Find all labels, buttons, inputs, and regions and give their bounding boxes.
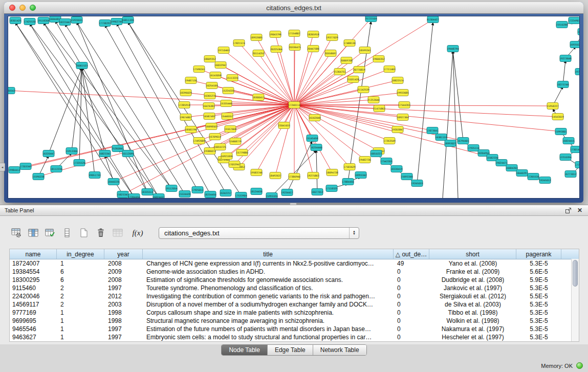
network-node[interactable]: 18440226 bbox=[107, 179, 119, 185]
network-node[interactable]: 16254169 bbox=[206, 82, 217, 89]
network-node[interactable]: 19024471 bbox=[495, 160, 507, 166]
window-titlebar[interactable]: citations_edges.txt bbox=[4, 2, 583, 14]
network-node[interactable]: 16162048 bbox=[309, 115, 320, 121]
merge-table-button-disabled[interactable] bbox=[111, 226, 125, 240]
network-node[interactable]: 19583746 bbox=[250, 169, 262, 176]
network-node[interactable]: 18667415 bbox=[577, 29, 579, 35]
network-node[interactable]: 16024437 bbox=[153, 194, 164, 199]
network-node[interactable]: 15335446 bbox=[220, 100, 232, 107]
network-node[interactable]: 17711463 bbox=[383, 66, 395, 73]
tab-node-table[interactable]: Node Table bbox=[222, 345, 268, 355]
network-node[interactable]: 17544203 bbox=[398, 102, 410, 108]
network-node[interactable]: 17598241 bbox=[193, 66, 205, 73]
column-header-name[interactable]: name bbox=[10, 249, 57, 259]
network-node[interactable]: 17583629 bbox=[343, 164, 355, 170]
network-node[interactable]: 15510286 bbox=[556, 21, 568, 28]
network-node[interactable]: 59051733 bbox=[89, 172, 100, 179]
table-row[interactable]: 1830029562008Estimation of significance … bbox=[10, 276, 579, 284]
network-node[interactable]: 18273746 bbox=[557, 81, 569, 88]
network-node[interactable]: 18927364 bbox=[397, 114, 408, 121]
network-node[interactable]: 17154807 bbox=[288, 30, 300, 37]
table-row[interactable]: 946554611997Estimation of the future num… bbox=[10, 325, 579, 333]
network-node[interactable]: 17821574 bbox=[233, 40, 245, 47]
network-node[interactable]: 19043796 bbox=[269, 31, 281, 38]
table-row[interactable]: 977716911998Corpus callosum shape and si… bbox=[10, 309, 579, 317]
network-node[interactable]: 16587492 bbox=[203, 113, 215, 120]
network-node[interactable]: 19487130 bbox=[185, 77, 197, 84]
network-node[interactable]: 18335512 bbox=[141, 189, 153, 195]
network-node[interactable]: 19933685 bbox=[397, 90, 408, 96]
network-node[interactable]: 16709614 bbox=[209, 134, 221, 140]
network-node[interactable]: 81304427 bbox=[427, 16, 439, 23]
column-header-title[interactable]: title bbox=[143, 249, 394, 259]
network-node[interactable]: 17263549 bbox=[383, 138, 395, 144]
network-node[interactable]: 17240114 bbox=[288, 102, 300, 108]
tab-edge-table[interactable]: Edge Table bbox=[268, 345, 313, 355]
network-node[interactable]: 17492685 bbox=[193, 138, 205, 144]
table-row[interactable]: 946362711997Embryonic stem cells: a mode… bbox=[10, 333, 579, 341]
network-node[interactable]: 19203847 bbox=[391, 126, 403, 133]
network-node[interactable]: 20558697 bbox=[324, 50, 336, 57]
network-node[interactable]: 18440297 bbox=[516, 170, 528, 177]
network-node[interactable]: 18993027 bbox=[444, 140, 456, 147]
show-columns-button[interactable] bbox=[26, 226, 40, 240]
network-node[interactable]: 17533904 bbox=[235, 192, 247, 199]
network-node[interactable]: 15779880 bbox=[236, 149, 248, 156]
network-node[interactable]: 15993801 bbox=[555, 128, 567, 135]
network-node[interactable]: 17032947 bbox=[228, 161, 240, 168]
network-node[interactable]: 17925013 bbox=[191, 187, 203, 193]
table-row[interactable]: 1872400712008Changes of HCN gene express… bbox=[10, 259, 579, 268]
function-builder-button[interactable]: f(x) bbox=[130, 226, 145, 240]
network-node[interactable]: 16810227 bbox=[370, 150, 382, 157]
network-node[interactable]: 19234417 bbox=[281, 189, 293, 196]
network-node[interactable]: 16677012 bbox=[311, 189, 323, 195]
table-row[interactable]: 969969511998Structural magnetic resonanc… bbox=[10, 317, 579, 325]
column-header-out_de[interactable]: △ out_de… bbox=[394, 249, 429, 259]
network-node[interactable]: 17265530 bbox=[527, 173, 539, 180]
network-node[interactable]: 15557668 bbox=[224, 126, 236, 133]
network-node[interactable]: 18223447 bbox=[59, 19, 71, 26]
network-node[interactable]: 35723104 bbox=[365, 16, 377, 22]
network-node[interactable]: 19273648 bbox=[559, 55, 571, 62]
network-node[interactable]: 18300417 bbox=[252, 94, 264, 101]
network-node[interactable]: 21475862 bbox=[373, 105, 385, 112]
network-node[interactable]: 16684203 bbox=[506, 165, 517, 171]
network-node[interactable]: 15913304 bbox=[66, 148, 77, 155]
network-node[interactable]: 19275863 bbox=[307, 172, 319, 179]
network-node[interactable]: 15920031 bbox=[71, 17, 82, 24]
table-row[interactable]: 1456911722003Disruption of a novel membe… bbox=[10, 300, 579, 309]
network-node[interactable]: 20447586 bbox=[307, 46, 319, 52]
network-node[interactable]: 18599241 bbox=[359, 47, 371, 54]
network-node[interactable]: 16823341 bbox=[99, 150, 111, 157]
network-node[interactable]: 15823341 bbox=[117, 191, 128, 198]
network-node[interactable]: 21142539 bbox=[357, 86, 369, 93]
network-node[interactable]: 21364751 bbox=[334, 69, 345, 75]
network-node[interactable]: 16032947 bbox=[214, 62, 226, 69]
network-node[interactable]: 20225364 bbox=[270, 46, 282, 53]
network-node[interactable]: 15993324 bbox=[266, 193, 277, 199]
network-node[interactable]: 15668779 bbox=[229, 138, 241, 145]
network-node[interactable]: 20114253 bbox=[252, 50, 264, 57]
network-node[interactable]: 18694738 bbox=[326, 169, 338, 176]
network-node[interactable]: 17738291 bbox=[99, 20, 111, 27]
network-node[interactable]: 16921836 bbox=[221, 153, 232, 160]
network-node[interactable]: 19600352 bbox=[373, 56, 384, 62]
network-node[interactable]: 15534428 bbox=[179, 191, 190, 198]
network-node[interactable]: 18396029 bbox=[180, 90, 191, 96]
network-node[interactable]: 12210394 bbox=[559, 154, 571, 161]
network-node[interactable]: 16794401 bbox=[457, 138, 469, 144]
network-node[interactable]: 17203345 bbox=[19, 163, 31, 170]
network-node[interactable]: 19734903 bbox=[575, 69, 579, 75]
network-node[interactable]: 19902744 bbox=[111, 18, 122, 25]
table-row[interactable]: 2242004622012Investigating the contribut… bbox=[10, 292, 579, 300]
column-header-year[interactable]: year bbox=[104, 249, 143, 259]
network-node[interactable]: 18330419 bbox=[390, 166, 402, 172]
network-node[interactable]: 18265918 bbox=[307, 31, 319, 38]
network-node[interactable]: 19245012 bbox=[539, 177, 551, 184]
network-node[interactable]: 16365270 bbox=[204, 93, 215, 99]
network-node[interactable]: 16342217 bbox=[220, 190, 231, 196]
network-node[interactable]: 17935116 bbox=[467, 145, 479, 151]
table-row[interactable]: 1938455462009Genome-wide association stu… bbox=[10, 268, 579, 276]
network-node[interactable]: 18234450 bbox=[204, 191, 216, 198]
network-node[interactable]: 15958227 bbox=[547, 103, 558, 110]
